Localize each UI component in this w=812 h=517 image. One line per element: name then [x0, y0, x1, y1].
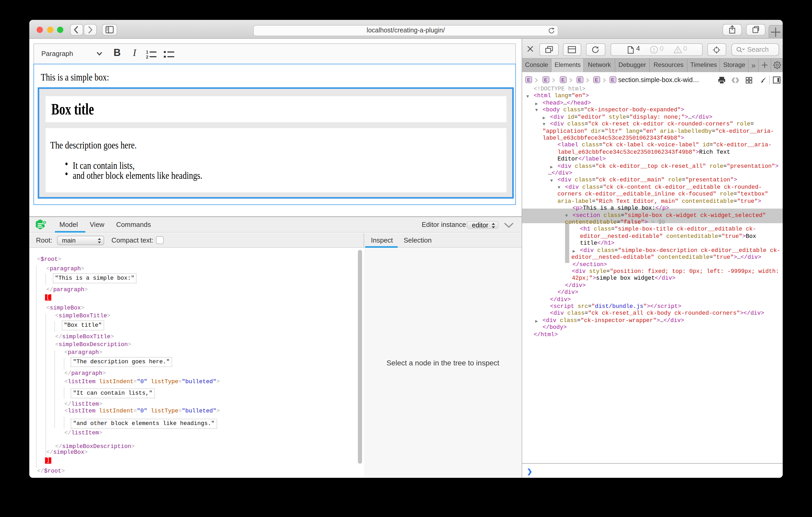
svg-text:2: 2 [146, 55, 148, 59]
svg-text:1: 1 [146, 50, 148, 54]
svg-text:5: 5 [44, 221, 45, 224]
